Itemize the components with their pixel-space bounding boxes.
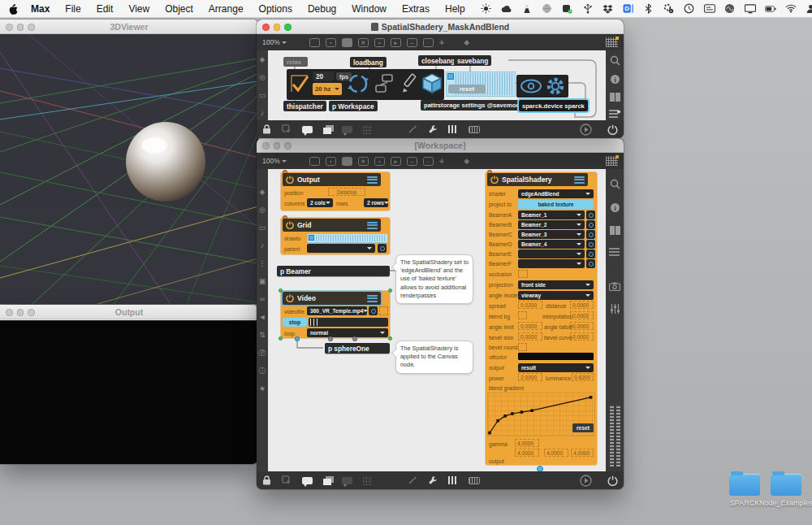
- physics-icon[interactable]: ◈: [260, 56, 266, 63]
- outlet-dot[interactable]: [352, 336, 357, 341]
- preset-reset-button[interactable]: reset: [448, 85, 486, 93]
- module-menu-icon[interactable]: [367, 222, 378, 229]
- zoom-level[interactable]: 100%: [262, 38, 287, 46]
- layers-icon[interactable]: [323, 128, 331, 134]
- run-button[interactable]: [580, 124, 592, 136]
- video-module[interactable]: Video videofile 360_VR_Temple.mp4 stop l…: [281, 291, 390, 338]
- bevel-curve-numbox[interactable]: 0.0000: [570, 332, 594, 341]
- preset-active-slot[interactable]: [447, 73, 454, 80]
- close-button[interactable]: [262, 24, 270, 31]
- columns-dropdown[interactable]: 2 cols: [307, 198, 333, 207]
- zoom-button[interactable]: [28, 24, 35, 31]
- module-menu-icon[interactable]: [367, 176, 378, 184]
- sync-settings-icon[interactable]: [663, 3, 675, 15]
- bevel-size-numbox[interactable]: 0.0000: [518, 332, 542, 341]
- object-box-icon[interactable]: [309, 38, 320, 47]
- workspace-canvas[interactable]: Output position Desktop columns 2 cols r…: [268, 169, 606, 471]
- attachment-icon[interactable]: ∞: [260, 296, 265, 303]
- projection-dropdown[interactable]: front side: [518, 280, 594, 289]
- loop-dropdown[interactable]: normal: [307, 328, 388, 337]
- battery-icon[interactable]: [765, 3, 776, 15]
- apple-menu[interactable]: [8, 3, 19, 15]
- video-module-header[interactable]: Video: [283, 292, 381, 305]
- selection-handle[interactable]: [388, 336, 392, 341]
- wifi-icon[interactable]: [785, 3, 797, 15]
- piano-icon[interactable]: [448, 125, 458, 133]
- dropbox-icon[interactable]: [603, 3, 614, 15]
- playback-position-slider[interactable]: [309, 318, 388, 327]
- grid-module-header[interactable]: Grid: [283, 219, 381, 232]
- fps-number-box[interactable]: 20: [313, 72, 334, 81]
- pattrstorage-object[interactable]: pattrstorage settings @savemode 2: [421, 100, 532, 111]
- minimize-button[interactable]: [274, 24, 281, 31]
- folder-node-examples[interactable]: Node_Examples: [751, 474, 812, 507]
- beamera-dropdown[interactable]: Beamer_1: [518, 210, 585, 219]
- angle-limit-numbox[interactable]: 0.0000: [518, 322, 542, 330]
- close-button[interactable]: [262, 142, 270, 150]
- physics-icon[interactable]: ◈: [260, 189, 266, 196]
- parent-dropdown[interactable]: [307, 244, 375, 253]
- minimize-button[interactable]: [17, 309, 24, 316]
- metro-icon[interactable]: [347, 72, 369, 95]
- toggle-check-icon[interactable]: [289, 73, 310, 94]
- menu-debug[interactable]: Debug: [308, 3, 336, 15]
- paint-icon[interactable]: ◆: [464, 38, 469, 46]
- presentation-mode-icon[interactable]: [302, 126, 313, 133]
- info-icon[interactable]: i: [610, 202, 620, 213]
- interpolation-numbox[interactable]: 0.0000: [570, 311, 594, 319]
- shader-dropdown[interactable]: edgeAndBlend: [518, 189, 594, 198]
- list-icon[interactable]: [609, 110, 620, 119]
- folder-label[interactable]: Node_Examples: [751, 499, 812, 507]
- clock-icon[interactable]: [684, 3, 695, 15]
- menu-extras[interactable]: Extras: [402, 3, 430, 15]
- outlet-dot[interactable]: [328, 336, 333, 341]
- selection-handle[interactable]: [279, 289, 283, 293]
- shadery-module-header[interactable]: SpatialShadery: [487, 173, 588, 186]
- p-workspace-object[interactable]: p Workspace: [329, 101, 378, 111]
- menu-view[interactable]: View: [128, 3, 149, 15]
- selection-cord-dot[interactable]: [537, 466, 543, 471]
- sparck-device-object[interactable]: sparck.device sparck: [519, 100, 588, 111]
- comments-icon[interactable]: [342, 126, 352, 133]
- camera-icon[interactable]: [609, 282, 620, 291]
- videofile-dropdown[interactable]: 360_VR_Temple.mp4: [307, 306, 367, 315]
- grid-toggle-icon[interactable]: [606, 156, 618, 166]
- info-icon[interactable]: i: [610, 74, 620, 85]
- power-icon[interactable]: [607, 124, 618, 135]
- menu-object[interactable]: Object: [165, 3, 193, 15]
- keyboard-icon[interactable]: [469, 477, 480, 484]
- spread-numbox[interactable]: 0.0200: [518, 301, 542, 309]
- audio-note-icon[interactable]: ♪: [261, 110, 265, 117]
- dial-box-icon[interactable]: ◦: [423, 38, 434, 47]
- grid-snap-icon[interactable]: [363, 476, 372, 485]
- display-panel-icon[interactable]: ▭: [259, 224, 266, 232]
- presentation-mode-icon[interactable]: [302, 477, 313, 484]
- siri-icon[interactable]: [724, 3, 736, 15]
- blend-bg-slot[interactable]: [518, 311, 527, 319]
- relax-message[interactable]: relax: [283, 57, 308, 67]
- close-button[interactable]: [6, 24, 13, 31]
- folder-icon[interactable]: [771, 474, 801, 496]
- power-numbox[interactable]: 2.0000: [518, 373, 542, 381]
- menu-options[interactable]: Options: [259, 3, 292, 15]
- display-icon[interactable]: [745, 3, 756, 15]
- message-box-icon[interactable]: [342, 157, 352, 166]
- module-power-icon[interactable]: [286, 221, 294, 229]
- select-tool-icon[interactable]: [282, 124, 292, 134]
- beamerc-dropdown[interactable]: Beamer_3: [518, 230, 585, 239]
- close-button[interactable]: [6, 309, 13, 316]
- new-object-icon[interactable]: ▪: [326, 157, 336, 166]
- input-source-icon[interactable]: D: [623, 3, 634, 15]
- gear-icon[interactable]: [546, 76, 565, 96]
- router-icon[interactable]: ⋮: [259, 260, 266, 267]
- refresh-icon[interactable]: [586, 230, 595, 239]
- module-menu-icon[interactable]: [367, 295, 378, 302]
- target-icon[interactable]: ◎: [259, 74, 266, 81]
- 3d-scene[interactable]: [0, 34, 258, 304]
- paint-icon[interactable]: ◆: [464, 157, 469, 165]
- rows-dropdown[interactable]: 2 rows: [364, 198, 388, 207]
- selection-handle[interactable]: [279, 336, 283, 341]
- menu-help[interactable]: Help: [445, 3, 465, 15]
- beamere-dropdown[interactable]: [518, 249, 585, 258]
- power-icon[interactable]: [607, 475, 618, 486]
